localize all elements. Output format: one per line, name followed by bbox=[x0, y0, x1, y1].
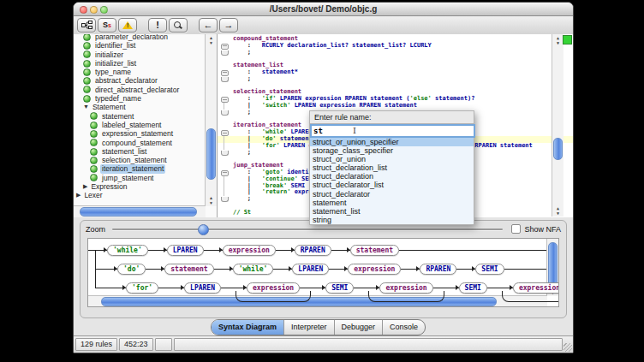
sidebar-item-labeled_statement[interactable]: labeled_statement bbox=[74, 121, 206, 129]
forward-button[interactable]: → bbox=[219, 18, 238, 33]
suggestion-struct_declaration[interactable]: struct_declaration bbox=[310, 172, 474, 181]
diagram-node-expression[interactable]: expression bbox=[348, 264, 401, 275]
diagram-node-LPAREN[interactable]: LPAREN bbox=[167, 245, 204, 256]
fold-close-icon[interactable] bbox=[221, 197, 229, 202]
editor-line[interactable]: | 'switch' LPAREN expression RPAREN stat… bbox=[218, 103, 552, 110]
sidebar-item-statement[interactable]: ▼Statement bbox=[74, 103, 206, 111]
sidebar-item-abstract_declarator[interactable]: abstract_declarator bbox=[74, 76, 206, 85]
diagram-node-statement[interactable]: statement bbox=[350, 245, 399, 256]
editor-line[interactable]: ; bbox=[218, 50, 552, 56]
sidebar-item-label: identifier_list bbox=[93, 41, 137, 50]
fold-close-icon[interactable] bbox=[221, 110, 229, 116]
scroll-up-icon[interactable]: ▲▼ bbox=[206, 35, 217, 45]
sidebar-item-statement_list[interactable]: statement_list bbox=[74, 147, 206, 156]
show-nfa-checkbox[interactable] bbox=[511, 224, 521, 234]
zoom-slider[interactable] bbox=[112, 224, 503, 234]
suggestion-struct_declarator[interactable]: struct_declarator bbox=[310, 190, 474, 199]
diagram-node-LPAREN[interactable]: LPAREN bbox=[292, 264, 329, 275]
diagram-row: 'do'statement'while'LPARENexpressionRPAR… bbox=[88, 259, 546, 278]
editor-line[interactable]: : RCURLY declaration_list? statement_lis… bbox=[218, 43, 552, 50]
editor-line[interactable]: ; bbox=[218, 76, 552, 83]
diagram-scrollbar-thumb[interactable] bbox=[548, 242, 558, 288]
back-button[interactable]: ← bbox=[199, 18, 218, 33]
diagram-node-expression[interactable]: expression bbox=[513, 282, 559, 294]
diagram-line bbox=[95, 269, 117, 270]
rules-tree-button[interactable] bbox=[77, 18, 96, 33]
close-window-button[interactable] bbox=[80, 6, 87, 14]
diagram-node-expression[interactable]: expression bbox=[379, 282, 432, 294]
sidebar-item-initializer[interactable]: initializer bbox=[74, 50, 206, 59]
suggestion-storage_class_specifier[interactable]: storage_class_specifier bbox=[310, 146, 474, 155]
fold-close-icon[interactable] bbox=[221, 151, 229, 156]
tab-syntax-diagram[interactable]: Syntax Diagram bbox=[212, 320, 284, 335]
diagram-horizontal-scrollbar[interactable] bbox=[88, 295, 547, 306]
syntax-ss-button[interactable]: Ss bbox=[98, 18, 116, 33]
sidebar-item-expression[interactable]: ▶Expression bbox=[74, 182, 206, 191]
suggestion-struct_or_union[interactable]: struct_or_union bbox=[310, 155, 474, 163]
diagram-node-RPAREN[interactable]: RPAREN bbox=[420, 264, 456, 275]
suggestion-statement_list[interactable]: statement_list bbox=[310, 207, 474, 216]
diagram-node-while[interactable]: 'while' bbox=[233, 264, 274, 275]
sidebar-vertical-scrollbar[interactable]: ▲▼ ▲▼ bbox=[205, 34, 217, 206]
suggestion-struct_or_union_specifier[interactable]: struct_or_union_specifier bbox=[310, 138, 474, 146]
sidebar-item-type_name[interactable]: type_name bbox=[74, 68, 206, 76]
popup-input-wrap: I bbox=[309, 124, 474, 138]
sidebar-item-statement[interactable]: statement bbox=[74, 112, 206, 121]
zoom-window-button[interactable] bbox=[100, 6, 108, 14]
tab-console[interactable]: Console bbox=[383, 320, 425, 335]
tab-interpreter[interactable]: Interpreter bbox=[284, 320, 335, 335]
editor-line-text: ; bbox=[233, 109, 251, 116]
diagram-node-expression[interactable]: expression bbox=[223, 245, 276, 256]
zoom-slider-thumb[interactable] bbox=[198, 224, 209, 235]
minimize-window-button[interactable] bbox=[90, 6, 98, 14]
diagram-node-RPAREN[interactable]: RPAREN bbox=[295, 245, 331, 256]
suggestion-statement[interactable]: statement bbox=[310, 199, 474, 207]
scroll-down-icon[interactable]: ▲▼ bbox=[206, 195, 217, 205]
find-button[interactable] bbox=[169, 18, 188, 33]
diagram-node-LPAREN[interactable]: LPAREN bbox=[184, 282, 221, 294]
suggestion-struct_declarator_list[interactable]: struct_declarator_list bbox=[310, 181, 474, 189]
fold-close-icon[interactable] bbox=[221, 50, 229, 56]
diagram-node-expression[interactable]: expression bbox=[247, 282, 300, 294]
diagram-node-do[interactable]: 'do' bbox=[117, 264, 146, 275]
sidebar-item-initializer_list[interactable]: initializer_list bbox=[74, 59, 206, 68]
sidebar-item-compound_statement[interactable]: compound_statement bbox=[74, 139, 206, 147]
fold-close-icon[interactable] bbox=[221, 77, 229, 82]
editor-line[interactable]: : statement* bbox=[218, 69, 552, 76]
sidebar-item-direct_abstract_declarator[interactable]: direct_abstract_declarator bbox=[74, 86, 206, 94]
diagram-node-SEMI[interactable]: SEMI bbox=[459, 282, 487, 294]
diagram-node-while[interactable]: 'while' bbox=[107, 245, 148, 256]
sidebar-item-iteration_statement[interactable]: iteration_statement bbox=[74, 164, 206, 173]
sidebar-item-selection_statement[interactable]: selection_statement bbox=[74, 156, 206, 164]
disclosure-triangle-icon[interactable]: ▶ bbox=[76, 191, 80, 199]
diagram-node-SEMI[interactable]: SEMI bbox=[475, 264, 504, 275]
diagram-node-statement[interactable]: statement bbox=[164, 264, 213, 275]
sidebar-scrollbar-thumb[interactable] bbox=[206, 128, 216, 180]
title-bar[interactable]: /Users/bovet/ Demo/objc.g bbox=[74, 3, 573, 16]
editor-scrollbar-thumb[interactable] bbox=[553, 138, 563, 160]
diagram-node-for[interactable]: 'for' bbox=[126, 282, 158, 294]
suggestion-struct_declaration_list[interactable]: struct_declaration_list bbox=[310, 163, 474, 172]
suggestion-string[interactable]: string bbox=[310, 216, 474, 224]
sidebar-item-jump_statement[interactable]: jump_statement bbox=[74, 174, 206, 182]
sidebar-item-lexer[interactable]: ▶Lexer bbox=[74, 191, 206, 199]
disclosure-triangle-icon[interactable]: ▶ bbox=[83, 182, 87, 191]
zoom-slider-track[interactable] bbox=[112, 228, 503, 230]
rule-name-input[interactable] bbox=[310, 124, 475, 138]
scroll-down-icon[interactable]: ▲▼ bbox=[552, 205, 564, 216]
diagram-node-SEMI[interactable]: SEMI bbox=[325, 282, 354, 294]
sidebar-tree: parameter_declarationidentifier_listinit… bbox=[74, 34, 206, 206]
disclosure-triangle-icon[interactable]: ▼ bbox=[83, 103, 89, 111]
sidebar-item-expression_statement[interactable]: expression_statement bbox=[74, 129, 206, 138]
sidebar-item-identifier_list[interactable]: identifier_list bbox=[74, 41, 206, 50]
sidebar-item-parameter_declaration[interactable]: parameter_declaration bbox=[74, 34, 206, 41]
rule-icon bbox=[90, 139, 98, 146]
resize-grip[interactable] bbox=[564, 343, 572, 352]
check-grammar-button[interactable]: ! bbox=[148, 18, 167, 33]
tab-debugger[interactable]: Debugger bbox=[335, 320, 384, 335]
sidebar-item-typedef_name[interactable]: typedef_name bbox=[74, 94, 206, 103]
warnings-button[interactable]: ! bbox=[118, 18, 137, 33]
sidebar-horizontal-scrollbar[interactable] bbox=[74, 205, 206, 217]
editor-vertical-scrollbar[interactable]: ▲▼ ▲▼ bbox=[552, 34, 564, 217]
sidebar-hscrollbar-thumb[interactable] bbox=[80, 207, 197, 217]
